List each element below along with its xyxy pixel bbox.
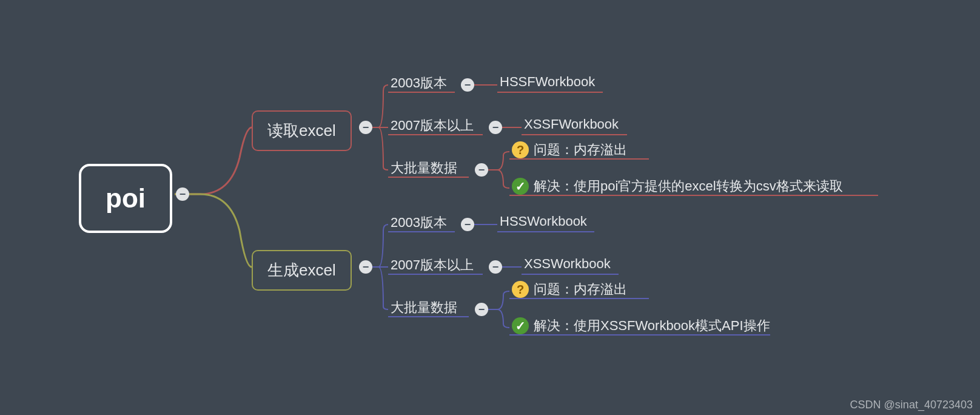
collapse-icon[interactable]: − xyxy=(475,163,488,177)
node-hssf[interactable]: HSSFWorkbook xyxy=(500,74,595,90)
label: 解决：使用XSSFWorkbook模式API操作 xyxy=(534,317,770,335)
branch-read-excel[interactable]: 读取excel xyxy=(252,110,352,151)
label: 问题：内存溢出 xyxy=(534,280,627,299)
label: XSSFWorkbook xyxy=(524,116,619,132)
question-icon: ? xyxy=(512,141,529,158)
collapse-icon[interactable]: − xyxy=(475,303,488,316)
collapse-icon[interactable]: − xyxy=(489,260,502,274)
collapse-icon[interactable]: − xyxy=(461,218,474,231)
label: 大批量数据 xyxy=(391,299,457,317)
label: HSSWorkbook xyxy=(500,214,587,229)
collapse-icon[interactable]: − xyxy=(461,78,474,92)
label: 2007版本以上 xyxy=(391,116,474,135)
node-problem-b[interactable]: ? 问题：内存溢出 xyxy=(512,280,627,299)
watermark: CSDN @sinat_40723403 xyxy=(850,399,973,411)
node-2007[interactable]: 2007版本以上 xyxy=(391,116,474,135)
label: HSSFWorkbook xyxy=(500,74,595,90)
node-2003[interactable]: 2003版本 xyxy=(391,74,447,92)
check-icon: ✓ xyxy=(512,317,529,334)
collapse-icon[interactable]: − xyxy=(489,121,502,134)
question-icon: ? xyxy=(512,281,529,298)
node-hss-b[interactable]: HSSWorkbook xyxy=(500,214,587,229)
node-solution-b[interactable]: ✓ 解决：使用XSSFWorkbook模式API操作 xyxy=(512,317,770,335)
node-2003-b[interactable]: 2003版本 xyxy=(391,214,447,232)
node-bigdata-b[interactable]: 大批量数据 xyxy=(391,299,457,317)
node-xss-b[interactable]: XSSWorkbook xyxy=(524,256,611,272)
branch2-label: 生成excel xyxy=(267,260,336,281)
branch1-label: 读取excel xyxy=(267,120,336,141)
root-node[interactable]: poi xyxy=(79,164,172,233)
node-2007-b[interactable]: 2007版本以上 xyxy=(391,256,474,274)
label: 解决：使用poi官方提供的excel转换为csv格式来读取 xyxy=(534,177,843,195)
watermark-text: CSDN @sinat_40723403 xyxy=(850,399,973,411)
check-icon: ✓ xyxy=(512,178,529,195)
node-bigdata[interactable]: 大批量数据 xyxy=(391,159,457,177)
node-xssf[interactable]: XSSFWorkbook xyxy=(524,116,619,132)
node-solution[interactable]: ✓ 解决：使用poi官方提供的excel转换为csv格式来读取 xyxy=(512,177,843,195)
label: 2007版本以上 xyxy=(391,256,474,274)
label: 2003版本 xyxy=(391,74,447,92)
label: 大批量数据 xyxy=(391,159,457,177)
label: 问题：内存溢出 xyxy=(534,141,627,159)
collapse-icon[interactable]: − xyxy=(359,121,372,134)
node-problem[interactable]: ? 问题：内存溢出 xyxy=(512,141,627,159)
branch-gen-excel[interactable]: 生成excel xyxy=(252,250,352,291)
collapse-icon[interactable]: − xyxy=(176,187,189,201)
label: XSSWorkbook xyxy=(524,256,611,272)
label: 2003版本 xyxy=(391,214,447,232)
collapse-icon[interactable]: − xyxy=(359,260,372,274)
root-label: poi xyxy=(106,183,146,214)
